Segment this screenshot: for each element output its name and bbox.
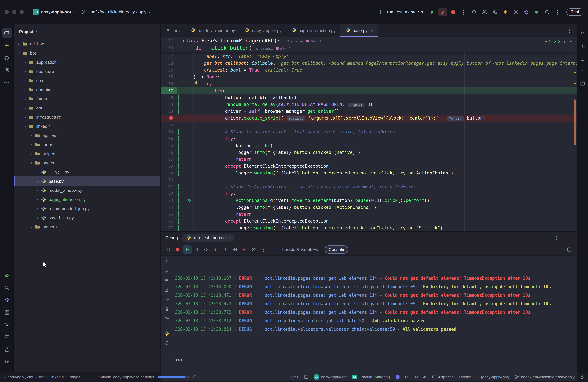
tree-item-appliers[interactable]: ▸appliers [14,131,160,140]
line-number[interactable]: 66 [161,149,177,156]
mute-breakpoints-button[interactable] [249,245,258,254]
breadcrumb-item-easy-apply-bot[interactable]: easy-apply-bot [7,375,33,379]
editor-tab-page_interaction.py[interactable]: page_interaction.py [287,24,340,37]
debug-session-tab[interactable]: run_test_mentee × [182,233,235,242]
tree-arrow-icon[interactable]: ▸ [35,188,41,192]
line-ending-indicator[interactable]: LF [405,375,409,379]
editor-tab-run_test_mentee.py[interactable]: run_test_mentee.py [185,24,240,37]
tab-options-icon[interactable] [565,26,574,35]
print-icon[interactable] [163,296,170,303]
more-icon[interactable] [553,8,562,16]
line-number[interactable]: 75 [161,211,177,218]
breakpoint-dot[interactable] [169,116,173,120]
interpreter-indicator[interactable]: Python 3.11 (easy-apply-bot) [459,375,509,379]
tree-arrow-icon[interactable]: ▸ [22,60,28,64]
debug-tool-icon[interactable] [2,270,12,280]
tree-arrow-icon[interactable]: ▸ [35,207,41,210]
tree-item-forms[interactable]: ▸forms [14,94,160,103]
tree-item-infrastructure[interactable]: ▸infrastructure [14,112,160,122]
tree-arrow-icon[interactable]: ▸ [29,225,34,229]
tree-arrow-icon[interactable]: ▸ [29,143,34,146]
scroll-to-end-icon[interactable] [163,287,170,293]
lock-icon[interactable] [580,375,584,379]
tree-arrow-icon[interactable]: ▸ [22,69,28,73]
tree-item-forms[interactable]: ▸forms [14,140,160,149]
tree-item-helpers[interactable]: ▸helpers [14,149,160,158]
editor-scrollbar[interactable] [574,99,576,145]
tree-arrow-icon[interactable]: ▸ [29,133,34,137]
tree-arrow-icon[interactable]: ▸ [22,106,28,110]
tree-item-pages[interactable]: ▾pages [14,158,160,167]
run-to-cursor-button[interactable] [230,245,239,254]
tree-arrow-icon[interactable]: ▸ [22,79,28,82]
line-number[interactable]: 71 [161,183,177,190]
breadcrumb[interactable]: ·easy-apply-bot›bot›linkedin›pages [4,375,80,379]
project-indicator[interactable]: EB easy-apply-bot [314,374,347,380]
python-packages-tool-icon[interactable] [2,345,12,355]
git-tool-icon[interactable] [2,357,12,367]
intention-bulb-icon[interactable] [194,81,198,87]
more-tool-windows-icon[interactable] [2,78,12,87]
tree-item-core[interactable]: ▸core [14,76,160,85]
error-stripe-mark[interactable] [574,83,576,84]
resume-button[interactable] [183,245,192,254]
history-icon[interactable] [163,340,170,346]
run-config-selector[interactable]: run_test_mentee ▾ [379,9,423,15]
tools-icon[interactable] [512,8,520,16]
close-window-button[interactable] [5,10,9,14]
line-number[interactable]: 64 [161,135,177,142]
more-actions-icon[interactable] [459,8,468,16]
close-icon[interactable]: × [228,235,231,240]
line-number[interactable]: 72 [161,190,177,197]
tree-item-recommended_job.py[interactable]: ▸recommended_job.py [14,204,160,213]
trial-badge[interactable]: Trial [567,8,583,16]
indent-indicator[interactable]: 4 spaces [432,375,454,379]
terminal-tool-icon[interactable] [2,332,12,342]
notifications-bell-icon[interactable] [578,29,587,38]
project-tool-icon[interactable] [2,28,12,38]
stop-saving-icon[interactable] [193,376,196,378]
tree-arrow-icon[interactable]: ▸ [22,88,28,91]
up-stack-icon[interactable] [163,258,170,265]
tree-arrow-icon[interactable]: ▾ [29,161,34,165]
view-breakpoints-button[interactable] [240,245,249,254]
tree-item-page_interaction.py[interactable]: ▸page_interaction.py [14,195,160,204]
ai-assistant-icon[interactable] [470,8,478,16]
line-number[interactable]: 63 [161,128,177,135]
tree-arrow-icon[interactable]: ▸ [35,197,41,201]
encoding-indicator[interactable]: UTF-8 [415,375,426,379]
step-out-button[interactable] [221,245,230,254]
run-button[interactable] [428,8,436,16]
layout-settings-icon[interactable] [565,245,574,254]
error-stripe-mark[interactable] [574,72,576,73]
close-tab-icon[interactable]: × [370,28,373,33]
ai-spark-icon[interactable] [2,41,12,50]
board-icon[interactable] [2,65,12,75]
status-dot-icon[interactable] [532,8,541,16]
breadcrumb-item-linkedin[interactable]: linkedin [50,375,64,379]
tree-item-linkedin[interactable]: ▾linkedin [14,122,160,131]
line-number[interactable]: 58 [161,94,177,101]
line-number[interactable]: 50 [161,44,177,52]
minimize-window-button[interactable] [12,10,16,14]
line-number[interactable]: 56 [161,80,177,87]
editor-tab-.env[interactable]: .env [161,24,185,37]
accent-color-dot[interactable] [396,375,399,379]
project-panel-header[interactable]: Project ▾ [14,24,160,39]
pause-button[interactable] [192,245,201,254]
debug-tab-threads-variables[interactable]: Threads & Variables [276,246,321,253]
tree-arrow-icon[interactable]: ▸ [35,216,41,219]
debug-toolbar-more-icon[interactable] [259,245,268,254]
plugin-flower-icon[interactable] [522,8,530,16]
tree-item-ad_hoc[interactable]: ▸ad_hoc [14,39,160,48]
console-chevrons-icon[interactable] [163,315,170,321]
vcs-branch-indicator[interactable]: bagfix/not-clickable-easy-apply [515,375,575,379]
tree-item-application[interactable]: ▸application [14,58,160,67]
tree-arrow-icon[interactable]: ▸ [35,179,41,183]
debug-button[interactable] [438,8,447,16]
grid-icon[interactable] [304,375,308,379]
plugins-tool-icon[interactable] [2,295,12,305]
maximize-window-button[interactable] [20,10,24,14]
line-number[interactable]: 65 [161,142,177,149]
line-number[interactable]: 53 [161,60,177,67]
